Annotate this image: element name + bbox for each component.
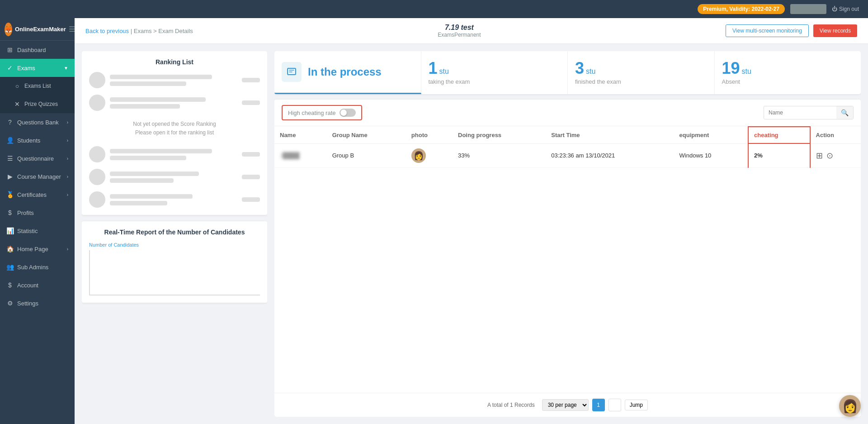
sidebar-item-certificates[interactable]: 🏅 Certificates ›	[0, 186, 75, 204]
sidebar-item-exams[interactable]: ✓ Exams ▼	[0, 59, 75, 77]
ranking-placeholder-2	[89, 146, 260, 208]
jump-button[interactable]: Jump	[625, 400, 648, 410]
pagination-bar: A total of 1 Records 30 per page 1 Jump	[274, 393, 861, 417]
chevron-right-icon4: ›	[67, 174, 68, 179]
search-input[interactable]	[764, 107, 836, 119]
col-action: Action	[810, 127, 861, 143]
rank-score-5	[242, 197, 260, 202]
more-action-icon[interactable]: ⊙	[826, 151, 833, 161]
sidebar-item-settings[interactable]: ⚙ Settings	[0, 294, 75, 312]
cell-action: ⊞ ⊙	[810, 143, 861, 167]
action-icons: ⊞ ⊙	[816, 151, 855, 161]
records-info: A total of 1 Records	[487, 402, 535, 408]
exam-title-section: 7.19 test ExamsPermanent	[200, 24, 718, 38]
user-avatar-bar	[790, 4, 826, 14]
col-progress: Doing progress	[453, 127, 546, 143]
toggle-switch[interactable]	[340, 109, 356, 117]
rank-row-2	[89, 95, 260, 111]
report-chart	[89, 250, 260, 295]
sidebar-item-questions-bank[interactable]: ? Questions Bank ›	[0, 113, 75, 131]
search-button[interactable]: 🔍	[836, 106, 853, 119]
sub-header: Back to previous | Exams > Exam Details …	[75, 18, 868, 44]
rank-avatar-5	[89, 191, 105, 208]
sidebar-item-dashboard[interactable]: ⊞ Dashboard	[0, 41, 75, 59]
rank-line-3a	[110, 149, 212, 153]
sidebar-item-prize-quizzes[interactable]: ✕ Prize Quizzes	[0, 95, 75, 113]
rank-line-2a	[110, 97, 206, 102]
sidebar-item-statistic[interactable]: 📊 Statistic	[0, 222, 75, 240]
profits-icon: $	[6, 209, 14, 216]
breadcrumb-path: Exams > Exam Details	[134, 28, 193, 34]
toggle-knob	[340, 110, 347, 116]
rank-line-4a	[110, 172, 199, 176]
questionnaire-icon: ☰	[6, 155, 14, 162]
rank-line-5a	[110, 194, 193, 199]
sidebar-item-questionnaire[interactable]: ☰ Questionnaire ›	[0, 149, 75, 167]
chevron-right-icon6: ›	[67, 247, 68, 252]
header-actions: View multi-screen monitoring View record…	[726, 24, 857, 37]
student-name-blurred: J████	[280, 152, 299, 159]
tab3-label: Absent	[722, 78, 751, 85]
sidebar-item-profits[interactable]: $ Profits	[0, 204, 75, 222]
sidebar-label-students: Students	[17, 137, 40, 144]
col-group: Group Name	[327, 127, 406, 143]
exams-icon: ✓	[6, 64, 14, 71]
cheating-filter-toggle[interactable]: High cheating rate	[282, 105, 362, 120]
sidebar-label-profits: Profits	[17, 210, 34, 216]
sidebar-item-home-page[interactable]: 🏠 Home Page ›	[0, 240, 75, 258]
view-detail-icon[interactable]: ⊞	[816, 151, 823, 161]
page-number-next[interactable]	[609, 399, 621, 411]
sidebar-item-exams-list[interactable]: ○ Exams List	[0, 77, 75, 95]
rank-avatar-1	[89, 72, 105, 88]
monitor-button[interactable]: View multi-screen monitoring	[726, 24, 809, 37]
stat-tab-in-process[interactable]: In the process	[274, 51, 421, 94]
sidebar-label-prize-quizzes: Prize Quizzes	[24, 101, 58, 107]
sidebar-item-course-manager[interactable]: ▶ Course Manager ›	[0, 167, 75, 186]
back-link[interactable]: Back to previous	[85, 28, 129, 34]
col-name: Name	[274, 127, 327, 143]
table-wrapper: Name Group Name photo Doing progress Sta…	[274, 126, 861, 393]
rank-score-3	[242, 152, 260, 157]
cell-start-time: 03:23:36 am 13/10/2021	[546, 143, 674, 167]
sidebar-label-questionnaire: Questionnaire	[17, 155, 54, 162]
ranking-title: Ranking List	[89, 58, 260, 66]
col-start-time: Start Time	[546, 127, 674, 143]
report-card: Real-Time Report of the Number of Candid…	[82, 221, 267, 303]
page-number-1[interactable]: 1	[592, 399, 605, 411]
records-button[interactable]: View records	[813, 24, 857, 37]
data-table: Name Group Name photo Doing progress Sta…	[274, 126, 861, 168]
ranking-empty-message: Not yet opened the Score Ranking Please …	[89, 120, 260, 137]
chevron-right-icon5: ›	[67, 192, 68, 197]
ranking-placeholder	[89, 72, 260, 111]
in-process-icon	[282, 62, 302, 82]
sidebar-label-exams: Exams	[17, 65, 35, 71]
stat-tab-absent[interactable]: 19 stu Absent	[715, 51, 861, 94]
per-page-select[interactable]: 30 per page	[542, 399, 589, 411]
sidebar-item-students[interactable]: 👤 Students ›	[0, 131, 75, 149]
svg-rect-0	[288, 68, 296, 75]
hamburger-button[interactable]: ☰	[69, 25, 75, 33]
prize-quizzes-icon: ✕	[14, 100, 21, 108]
stat-tab-finished[interactable]: 3 stu finished the exam	[568, 51, 715, 94]
sidebar-label-statistic: Statistic	[17, 228, 38, 234]
rank-line-2b	[110, 104, 180, 109]
cell-name: J████	[274, 143, 327, 167]
in-process-label: In the process	[308, 66, 382, 78]
sidebar-label-course-manager: Course Manager	[17, 173, 61, 180]
report-y-label: Number of Candidates	[89, 242, 260, 248]
sidebar-label-exams-list: Exams List	[24, 83, 51, 89]
col-cheating: cheating	[748, 127, 810, 143]
exams-list-icon: ○	[14, 82, 21, 90]
stats-tabs: In the process 1 stu taking the exam	[274, 51, 861, 94]
sign-out-button[interactable]: ⏻ Sign out	[832, 6, 859, 12]
support-avatar[interactable]: 👩	[839, 395, 861, 417]
course-manager-icon: ▶	[6, 173, 14, 180]
premium-badge: Premium, Validity: 2022-02-27	[698, 4, 785, 14]
rank-line-1a	[110, 75, 212, 79]
table-row: J████ Group B 👩 33% 03:23:36 am 13/10/20…	[274, 143, 861, 167]
sidebar-item-sub-admins[interactable]: 👥 Sub Admins	[0, 258, 75, 276]
sidebar-item-account[interactable]: $ Account	[0, 276, 75, 294]
stat-tab-taking[interactable]: 1 stu taking the exam	[421, 51, 568, 94]
page-content: Ranking List	[75, 44, 868, 424]
students-icon: 👤	[6, 137, 14, 144]
